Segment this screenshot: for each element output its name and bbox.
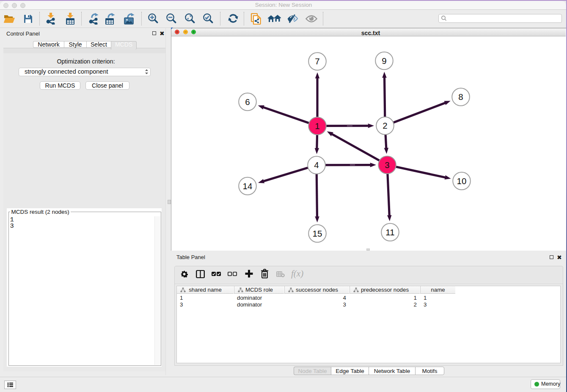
svg-text:4: 4 — [314, 160, 319, 170]
svg-text:14: 14 — [243, 181, 253, 191]
svg-text:10: 10 — [457, 176, 467, 186]
svg-text:9: 9 — [382, 56, 386, 66]
svg-text:15: 15 — [313, 229, 322, 238]
svg-text:3: 3 — [385, 160, 389, 170]
svg-text:2: 2 — [383, 121, 387, 130]
svg-text:8: 8 — [458, 92, 463, 102]
svg-text:11: 11 — [385, 227, 394, 237]
svg-text:7: 7 — [315, 56, 319, 66]
svg-text:6: 6 — [245, 97, 250, 107]
svg-text:1: 1 — [315, 121, 319, 131]
